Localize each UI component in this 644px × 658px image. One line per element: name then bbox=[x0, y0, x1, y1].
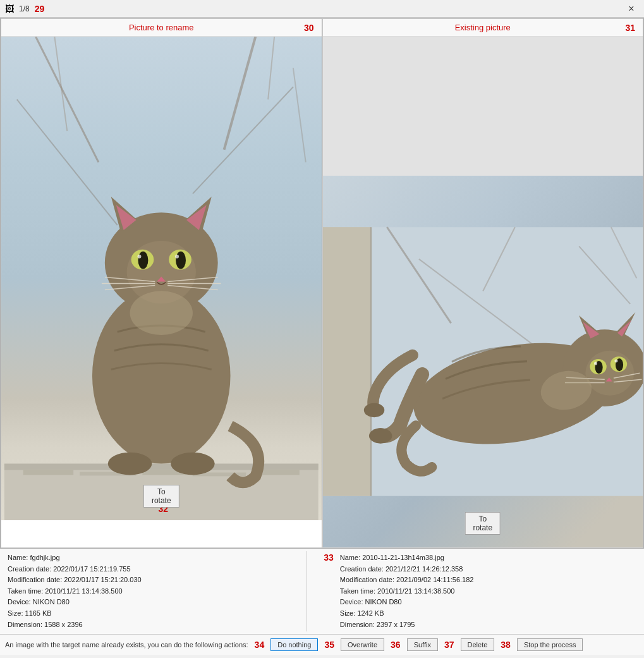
svg-line-33 bbox=[167, 285, 217, 289]
svg-marker-16 bbox=[111, 197, 140, 231]
right-panel-header: Existing picture 31 bbox=[323, 19, 643, 37]
action-message: An image with the target name already ex… bbox=[5, 641, 248, 649]
right-info-dimension: Dimension: 2397 x 1795 bbox=[340, 619, 636, 631]
svg-line-0 bbox=[36, 37, 99, 162]
svg-marker-19 bbox=[186, 205, 207, 230]
svg-rect-8 bbox=[4, 464, 319, 470]
info-area: Name: fgdhjk.jpg Creation date: 2022/01/… bbox=[0, 549, 644, 634]
svg-point-26 bbox=[175, 255, 179, 259]
left-info-size: Size: 1165 KB bbox=[8, 608, 304, 619]
titlebar: 🖼 1/8 29 × bbox=[0, 0, 644, 18]
main-panels: Picture to rename 30 bbox=[0, 18, 644, 549]
svg-point-65 bbox=[363, 403, 384, 417]
right-image-area: To rotate bbox=[323, 176, 643, 547]
svg-rect-39 bbox=[323, 227, 371, 496]
svg-line-5 bbox=[17, 99, 118, 225]
right-info-taken: Taken time: 2010/11/21 13:14:38.500 bbox=[340, 586, 636, 597]
right-info-creation: Creation date: 2021/12/21 14:26:12.358 bbox=[340, 564, 636, 575]
svg-point-64 bbox=[368, 428, 391, 443]
action-num37: 37 bbox=[444, 640, 454, 650]
svg-point-25 bbox=[137, 255, 141, 259]
svg-rect-11 bbox=[142, 470, 186, 475]
overwrite-button[interactable]: Overwrite bbox=[341, 638, 384, 651]
svg-point-21 bbox=[131, 250, 154, 270]
right-info-size: Size: 1242 KB bbox=[340, 608, 636, 619]
svg-line-31 bbox=[167, 277, 217, 282]
svg-point-23 bbox=[138, 252, 148, 269]
right-info-device: Device: NIKON D80 bbox=[340, 597, 636, 608]
delete-button[interactable]: Delete bbox=[461, 638, 495, 651]
svg-marker-17 bbox=[183, 197, 212, 231]
bottom-bar: An image with the target name already ex… bbox=[0, 634, 644, 655]
left-info-creation: Creation date: 2022/01/17 15:21:19.755 bbox=[8, 564, 304, 575]
rotate-area-left: To rotate 32 bbox=[154, 504, 168, 514]
svg-line-3 bbox=[268, 37, 274, 99]
left-panel-num: 30 bbox=[304, 23, 314, 33]
left-info-dimension: Dimension: 1588 x 2396 bbox=[8, 619, 304, 631]
stop-process-button[interactable]: Stop the process bbox=[517, 638, 583, 651]
window-icon: 🖼 bbox=[5, 4, 14, 14]
do-nothing-button[interactable]: Do nothing bbox=[270, 638, 318, 651]
svg-point-36 bbox=[130, 291, 193, 335]
left-info-taken: Taken time: 2010/11/21 13:14:38.500 bbox=[8, 586, 304, 597]
action-row: An image with the target name already ex… bbox=[5, 638, 639, 651]
close-button[interactable]: × bbox=[624, 1, 639, 16]
info-left: Name: fgdhjk.jpg Creation date: 2022/01/… bbox=[5, 551, 307, 631]
action-num35: 35 bbox=[324, 640, 334, 650]
svg-point-52 bbox=[585, 351, 634, 396]
info-num-left: 33 bbox=[324, 552, 334, 563]
svg-line-1 bbox=[54, 37, 67, 131]
action-num34: 34 bbox=[255, 640, 265, 650]
suffix-button[interactable]: Suffix bbox=[407, 638, 438, 651]
svg-point-20 bbox=[127, 241, 196, 303]
svg-point-22 bbox=[169, 250, 191, 270]
left-info-device: Device: NIKON D80 bbox=[8, 597, 304, 608]
svg-point-34 bbox=[108, 453, 152, 475]
svg-line-6 bbox=[193, 87, 293, 193]
svg-marker-27 bbox=[157, 277, 166, 282]
svg-point-35 bbox=[171, 453, 215, 475]
left-panel-header: Picture to rename 30 bbox=[1, 19, 322, 37]
svg-marker-18 bbox=[116, 205, 137, 230]
action-num38: 38 bbox=[501, 640, 511, 650]
svg-line-30 bbox=[105, 285, 155, 289]
svg-line-28 bbox=[105, 277, 155, 282]
left-panel: Picture to rename 30 bbox=[1, 18, 322, 548]
left-panel-title: Picture to rename bbox=[129, 23, 194, 32]
svg-line-4 bbox=[293, 68, 306, 162]
left-image-area: To rotate 32 bbox=[1, 37, 322, 520]
svg-rect-10 bbox=[80, 472, 136, 476]
info-left-num-container: 33 bbox=[307, 551, 337, 631]
svg-point-15 bbox=[105, 212, 218, 313]
right-panel: Existing picture 31 bbox=[322, 18, 644, 548]
left-info-modification: Modification date: 2022/01/17 15:21:20.0… bbox=[8, 575, 304, 586]
svg-point-58 bbox=[614, 359, 617, 362]
right-info-name: Name: 2010-11-21-13h14m38.jpg bbox=[340, 552, 636, 564]
svg-point-57 bbox=[594, 362, 597, 365]
left-info-name: Name: fgdhjk.jpg bbox=[8, 552, 304, 564]
right-panel-title: Existing picture bbox=[455, 23, 511, 32]
right-panel-num: 31 bbox=[625, 23, 635, 33]
svg-rect-9 bbox=[23, 470, 73, 475]
svg-point-24 bbox=[176, 252, 186, 269]
info-right: Name: 2010-11-21-13h14m38.jpg Creation d… bbox=[337, 551, 639, 631]
rotate-button-right[interactable]: To rotate bbox=[465, 512, 501, 535]
svg-rect-12 bbox=[193, 472, 246, 476]
titlebar-left: 🖼 1/8 29 bbox=[5, 4, 44, 14]
svg-line-2 bbox=[224, 37, 256, 150]
rotate-button-left[interactable]: To rotate bbox=[143, 485, 179, 508]
right-top-blank bbox=[323, 37, 643, 176]
action-num36: 36 bbox=[391, 640, 401, 650]
titlebar-count: 1/8 bbox=[19, 4, 30, 13]
svg-rect-13 bbox=[252, 470, 300, 475]
titlebar-num: 29 bbox=[35, 4, 45, 14]
svg-point-14 bbox=[92, 288, 231, 463]
right-info-modification: Modification date: 2021/09/02 14:11:56.1… bbox=[340, 575, 636, 586]
